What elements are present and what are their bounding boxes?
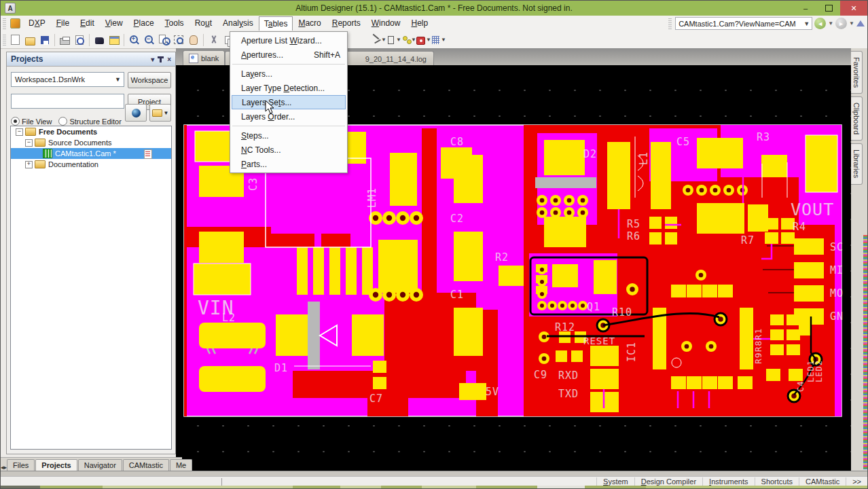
restore-button[interactable] bbox=[817, 1, 840, 16]
zoom-area-button[interactable] bbox=[171, 33, 186, 47]
pcb-label-vout: VOUT bbox=[791, 200, 834, 219]
tree-expander-icon[interactable]: − bbox=[16, 128, 23, 136]
menu-analysis[interactable]: Analysis bbox=[217, 16, 259, 31]
grid-tool-button[interactable]: ▼ bbox=[431, 33, 446, 47]
pcb-label-r4: R4 bbox=[793, 221, 806, 233]
panel-close-icon[interactable]: × bbox=[167, 56, 171, 63]
print-preview-button[interactable] bbox=[72, 33, 87, 47]
status-shortcuts[interactable]: Shortcuts bbox=[755, 477, 799, 486]
menu-item-parts[interactable]: Parts... bbox=[232, 157, 346, 171]
polyline-tool-dropdown-icon[interactable]: ▼ bbox=[381, 37, 386, 43]
zoom-in-button[interactable]: + bbox=[126, 33, 141, 47]
menu-item-apertures[interactable]: Apertures...Shift+A bbox=[232, 48, 346, 62]
pad-tool-button[interactable]: ▼ bbox=[416, 33, 431, 47]
grid-tool-dropdown-icon[interactable]: ▼ bbox=[441, 37, 446, 43]
menu-rout[interactable]: Rout bbox=[189, 16, 217, 31]
compile-button[interactable] bbox=[125, 104, 147, 122]
back-button[interactable]: ◄ bbox=[814, 18, 826, 29]
status-system[interactable]: System bbox=[596, 477, 634, 486]
status-instruments[interactable]: Instruments bbox=[702, 477, 754, 486]
status-design-compiler[interactable]: Design Compiler bbox=[634, 477, 702, 486]
status-camtastic[interactable]: CAMtastic bbox=[799, 477, 846, 486]
cut-button[interactable] bbox=[206, 33, 221, 47]
forward-button[interactable]: ► bbox=[835, 18, 847, 29]
pcb-label-mi: MI bbox=[830, 264, 844, 276]
layers-book-button[interactable] bbox=[92, 33, 107, 47]
menu-bar: DXPFileEditViewPlaceToolsRoutAnalysisTab… bbox=[1, 16, 867, 32]
tree-item-documentation[interactable]: +Documentation bbox=[11, 159, 171, 170]
menu-shortcut: Shift+A bbox=[306, 50, 340, 60]
menu-item-nc-tools[interactable]: NC Tools... bbox=[232, 143, 346, 157]
pan-hand-button[interactable] bbox=[186, 33, 201, 47]
menu-help[interactable]: Help bbox=[405, 16, 433, 31]
projects-tree: −Free Documents−Source DocumentsCAMtasti… bbox=[10, 126, 172, 450]
right-tab-libraries[interactable]: Libraries bbox=[851, 143, 863, 184]
toolbar-grip-2[interactable] bbox=[3, 35, 6, 46]
toolbar-grip[interactable] bbox=[3, 18, 6, 29]
rectangle-tool-dropdown-icon[interactable]: ▼ bbox=[396, 37, 401, 43]
tables-menu-popup: Aperture List Wizard...Apertures...Shift… bbox=[230, 31, 348, 173]
menu-file[interactable]: File bbox=[51, 16, 75, 31]
menu-macro[interactable]: Macro bbox=[293, 16, 326, 31]
close-button[interactable]: ✕ bbox=[840, 1, 867, 16]
tree-item-camtastic1-cam[interactable]: CAMtastic1.Cam * bbox=[11, 148, 171, 159]
workspace-button[interactable]: Workspace bbox=[128, 72, 171, 88]
minimize-button[interactable]: – bbox=[794, 1, 817, 16]
radio-structure-editor[interactable]: Structure Editor bbox=[58, 117, 121, 126]
nav-grip[interactable] bbox=[668, 18, 672, 29]
menu-window[interactable]: Window bbox=[366, 16, 406, 31]
menu-dxp[interactable]: DXP bbox=[23, 16, 51, 31]
right-tab-favorites[interactable]: Favorites bbox=[851, 51, 863, 94]
print-icon bbox=[60, 38, 70, 45]
menu-tables[interactable]: Tables bbox=[259, 16, 293, 31]
tree-expander-icon[interactable]: + bbox=[25, 161, 33, 168]
projects-panel-header[interactable]: Projects ▾ × bbox=[7, 52, 175, 67]
menu-item-layer-type-detection[interactable]: Layer Type Detection... bbox=[232, 81, 346, 95]
workspace-combo[interactable]: Workspace1.DsnWrk ▼ bbox=[11, 72, 124, 87]
menu-reports[interactable]: Reports bbox=[327, 16, 366, 31]
document-address-combo[interactable]: CAMtastic1.Cam?ViewName=CAM ▼ bbox=[675, 17, 812, 30]
home-arrow-icon[interactable] bbox=[856, 20, 865, 26]
new-document-button[interactable] bbox=[7, 33, 22, 47]
menu-item-layers-sets[interactable]: Layers Sets... bbox=[232, 95, 346, 109]
polyline-tool-button[interactable]: ▼ bbox=[372, 33, 386, 47]
menu-item-steps[interactable]: Steps... bbox=[232, 128, 346, 143]
forward-dropdown-icon[interactable]: ▼ bbox=[849, 20, 854, 26]
status->>[interactable]: >> bbox=[846, 477, 867, 486]
menu-item-layers-order[interactable]: Layers Order... bbox=[232, 109, 346, 124]
tree-item-source-documents[interactable]: −Source Documents bbox=[11, 137, 171, 148]
right-tab-clipboard[interactable]: Clipboard bbox=[851, 96, 863, 141]
tab-blank[interactable]: blank bbox=[183, 50, 225, 65]
radio-file-view[interactable]: File View bbox=[11, 117, 52, 126]
back-dropdown-icon[interactable]: ▼ bbox=[828, 20, 833, 26]
open-project-button[interactable]: ▼ bbox=[149, 104, 171, 122]
project-combo[interactable] bbox=[11, 94, 124, 109]
panel-button[interactable] bbox=[107, 33, 122, 47]
panel-pin-icon[interactable] bbox=[160, 56, 162, 62]
menu-view[interactable]: View bbox=[100, 16, 128, 31]
panel-menu-icon[interactable]: ▾ bbox=[151, 56, 154, 63]
print-button[interactable] bbox=[57, 33, 72, 47]
tree-item-free-documents[interactable]: −Free Documents bbox=[11, 126, 171, 137]
flash-tool-dropdown-icon[interactable]: ▼ bbox=[411, 37, 416, 43]
dxp-logo-icon[interactable] bbox=[10, 18, 20, 29]
rectangle-tool-button[interactable]: ▼ bbox=[386, 33, 401, 47]
flash-tool-button[interactable]: ▼ bbox=[401, 33, 416, 47]
save-button[interactable] bbox=[37, 33, 52, 47]
menu-edit[interactable]: Edit bbox=[75, 16, 100, 31]
menu-item-layers[interactable]: Layers... bbox=[232, 67, 346, 81]
menu-item-aperture-list-wizard[interactable]: Aperture List Wizard... bbox=[232, 33, 346, 48]
zoom-document-button[interactable] bbox=[156, 33, 171, 47]
rectangle-tool-icon bbox=[388, 36, 394, 44]
pad-tool-icon bbox=[416, 37, 425, 45]
tree-expander-icon[interactable]: − bbox=[25, 139, 33, 147]
pad-tool-dropdown-icon[interactable]: ▼ bbox=[426, 37, 431, 43]
navigation-zone: CAMtastic1.Cam?ViewName=CAM ▼ ◄▼ ►▼ bbox=[666, 17, 867, 30]
open-folder-button[interactable] bbox=[22, 33, 37, 47]
workspace-combo-caret-icon[interactable]: ▼ bbox=[112, 76, 124, 83]
address-dropdown-icon[interactable]: ▼ bbox=[801, 20, 812, 27]
projects-panel-title: Projects bbox=[11, 54, 43, 64]
menu-tools[interactable]: Tools bbox=[160, 16, 189, 31]
zoom-out-button[interactable]: − bbox=[141, 33, 156, 47]
menu-place[interactable]: Place bbox=[128, 16, 160, 31]
